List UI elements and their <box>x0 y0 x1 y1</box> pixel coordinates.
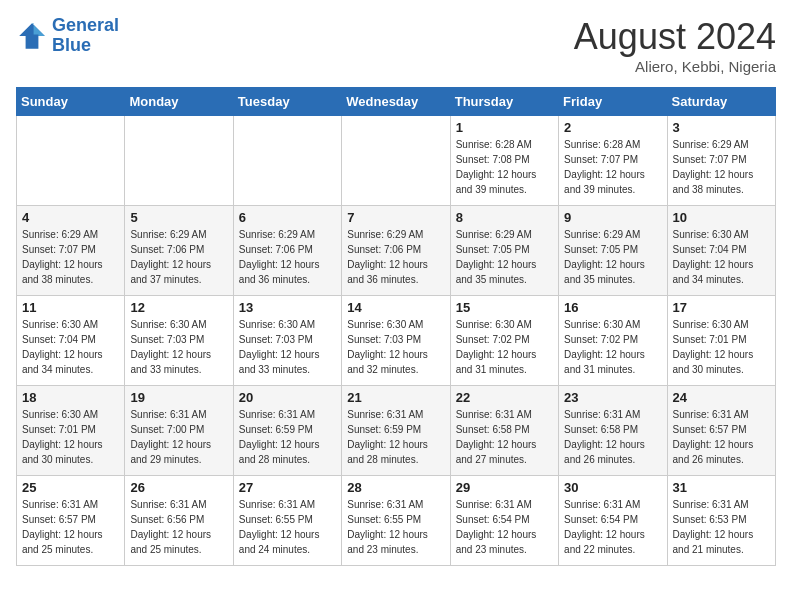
day-info: Sunrise: 6:31 AM Sunset: 6:53 PM Dayligh… <box>673 497 770 557</box>
day-info: Sunrise: 6:31 AM Sunset: 6:56 PM Dayligh… <box>130 497 227 557</box>
day-number: 12 <box>130 300 227 315</box>
calendar-cell: 12Sunrise: 6:30 AM Sunset: 7:03 PM Dayli… <box>125 296 233 386</box>
day-number: 23 <box>564 390 661 405</box>
day-info: Sunrise: 6:30 AM Sunset: 7:03 PM Dayligh… <box>239 317 336 377</box>
col-header-tuesday: Tuesday <box>233 88 341 116</box>
col-header-friday: Friday <box>559 88 667 116</box>
logo-line1: General <box>52 15 119 35</box>
day-number: 14 <box>347 300 444 315</box>
logo-text: General Blue <box>52 16 119 56</box>
day-info: Sunrise: 6:30 AM Sunset: 7:03 PM Dayligh… <box>347 317 444 377</box>
day-info: Sunrise: 6:30 AM Sunset: 7:01 PM Dayligh… <box>673 317 770 377</box>
day-number: 9 <box>564 210 661 225</box>
day-info: Sunrise: 6:29 AM Sunset: 7:06 PM Dayligh… <box>347 227 444 287</box>
day-number: 25 <box>22 480 119 495</box>
col-header-thursday: Thursday <box>450 88 558 116</box>
day-number: 2 <box>564 120 661 135</box>
calendar-cell <box>125 116 233 206</box>
day-number: 24 <box>673 390 770 405</box>
day-info: Sunrise: 6:31 AM Sunset: 6:59 PM Dayligh… <box>239 407 336 467</box>
calendar-cell: 22Sunrise: 6:31 AM Sunset: 6:58 PM Dayli… <box>450 386 558 476</box>
day-number: 19 <box>130 390 227 405</box>
day-info: Sunrise: 6:29 AM Sunset: 7:07 PM Dayligh… <box>673 137 770 197</box>
day-number: 28 <box>347 480 444 495</box>
day-number: 15 <box>456 300 553 315</box>
calendar-cell: 2Sunrise: 6:28 AM Sunset: 7:07 PM Daylig… <box>559 116 667 206</box>
day-info: Sunrise: 6:31 AM Sunset: 6:55 PM Dayligh… <box>239 497 336 557</box>
day-number: 7 <box>347 210 444 225</box>
calendar-cell: 10Sunrise: 6:30 AM Sunset: 7:04 PM Dayli… <box>667 206 775 296</box>
day-info: Sunrise: 6:31 AM Sunset: 6:55 PM Dayligh… <box>347 497 444 557</box>
day-info: Sunrise: 6:31 AM Sunset: 6:54 PM Dayligh… <box>564 497 661 557</box>
calendar-cell: 31Sunrise: 6:31 AM Sunset: 6:53 PM Dayli… <box>667 476 775 566</box>
logo-icon <box>16 20 48 52</box>
day-info: Sunrise: 6:31 AM Sunset: 7:00 PM Dayligh… <box>130 407 227 467</box>
calendar-cell: 29Sunrise: 6:31 AM Sunset: 6:54 PM Dayli… <box>450 476 558 566</box>
calendar-cell <box>342 116 450 206</box>
day-info: Sunrise: 6:31 AM Sunset: 6:57 PM Dayligh… <box>673 407 770 467</box>
calendar-cell: 24Sunrise: 6:31 AM Sunset: 6:57 PM Dayli… <box>667 386 775 476</box>
calendar-cell: 23Sunrise: 6:31 AM Sunset: 6:58 PM Dayli… <box>559 386 667 476</box>
day-number: 16 <box>564 300 661 315</box>
day-number: 5 <box>130 210 227 225</box>
day-info: Sunrise: 6:30 AM Sunset: 7:02 PM Dayligh… <box>456 317 553 377</box>
col-header-sunday: Sunday <box>17 88 125 116</box>
calendar-cell <box>17 116 125 206</box>
day-number: 11 <box>22 300 119 315</box>
day-info: Sunrise: 6:29 AM Sunset: 7:06 PM Dayligh… <box>130 227 227 287</box>
day-number: 4 <box>22 210 119 225</box>
col-header-wednesday: Wednesday <box>342 88 450 116</box>
calendar-cell: 28Sunrise: 6:31 AM Sunset: 6:55 PM Dayli… <box>342 476 450 566</box>
calendar-cell: 15Sunrise: 6:30 AM Sunset: 7:02 PM Dayli… <box>450 296 558 386</box>
day-info: Sunrise: 6:30 AM Sunset: 7:03 PM Dayligh… <box>130 317 227 377</box>
calendar-cell: 7Sunrise: 6:29 AM Sunset: 7:06 PM Daylig… <box>342 206 450 296</box>
day-number: 20 <box>239 390 336 405</box>
day-info: Sunrise: 6:28 AM Sunset: 7:08 PM Dayligh… <box>456 137 553 197</box>
calendar-cell: 26Sunrise: 6:31 AM Sunset: 6:56 PM Dayli… <box>125 476 233 566</box>
calendar-cell: 18Sunrise: 6:30 AM Sunset: 7:01 PM Dayli… <box>17 386 125 476</box>
calendar-cell: 13Sunrise: 6:30 AM Sunset: 7:03 PM Dayli… <box>233 296 341 386</box>
day-info: Sunrise: 6:29 AM Sunset: 7:05 PM Dayligh… <box>456 227 553 287</box>
day-number: 18 <box>22 390 119 405</box>
calendar-cell: 4Sunrise: 6:29 AM Sunset: 7:07 PM Daylig… <box>17 206 125 296</box>
day-info: Sunrise: 6:31 AM Sunset: 6:59 PM Dayligh… <box>347 407 444 467</box>
page-header: General Blue August 2024 Aliero, Kebbi, … <box>16 16 776 75</box>
day-info: Sunrise: 6:30 AM Sunset: 7:04 PM Dayligh… <box>22 317 119 377</box>
day-number: 3 <box>673 120 770 135</box>
location: Aliero, Kebbi, Nigeria <box>574 58 776 75</box>
day-info: Sunrise: 6:31 AM Sunset: 6:58 PM Dayligh… <box>456 407 553 467</box>
svg-marker-1 <box>32 23 45 36</box>
day-info: Sunrise: 6:31 AM Sunset: 6:54 PM Dayligh… <box>456 497 553 557</box>
title-block: August 2024 Aliero, Kebbi, Nigeria <box>574 16 776 75</box>
calendar-cell: 6Sunrise: 6:29 AM Sunset: 7:06 PM Daylig… <box>233 206 341 296</box>
calendar-cell: 14Sunrise: 6:30 AM Sunset: 7:03 PM Dayli… <box>342 296 450 386</box>
day-info: Sunrise: 6:30 AM Sunset: 7:01 PM Dayligh… <box>22 407 119 467</box>
calendar-cell: 25Sunrise: 6:31 AM Sunset: 6:57 PM Dayli… <box>17 476 125 566</box>
logo: General Blue <box>16 16 119 56</box>
day-number: 22 <box>456 390 553 405</box>
calendar-cell <box>233 116 341 206</box>
calendar-cell: 16Sunrise: 6:30 AM Sunset: 7:02 PM Dayli… <box>559 296 667 386</box>
day-number: 13 <box>239 300 336 315</box>
calendar-cell: 20Sunrise: 6:31 AM Sunset: 6:59 PM Dayli… <box>233 386 341 476</box>
day-info: Sunrise: 6:31 AM Sunset: 6:57 PM Dayligh… <box>22 497 119 557</box>
day-number: 10 <box>673 210 770 225</box>
calendar-cell: 8Sunrise: 6:29 AM Sunset: 7:05 PM Daylig… <box>450 206 558 296</box>
calendar-cell: 27Sunrise: 6:31 AM Sunset: 6:55 PM Dayli… <box>233 476 341 566</box>
col-header-saturday: Saturday <box>667 88 775 116</box>
day-number: 26 <box>130 480 227 495</box>
month-title: August 2024 <box>574 16 776 58</box>
day-number: 31 <box>673 480 770 495</box>
day-info: Sunrise: 6:29 AM Sunset: 7:07 PM Dayligh… <box>22 227 119 287</box>
calendar-cell: 3Sunrise: 6:29 AM Sunset: 7:07 PM Daylig… <box>667 116 775 206</box>
day-info: Sunrise: 6:28 AM Sunset: 7:07 PM Dayligh… <box>564 137 661 197</box>
day-info: Sunrise: 6:31 AM Sunset: 6:58 PM Dayligh… <box>564 407 661 467</box>
week-row-2: 4Sunrise: 6:29 AM Sunset: 7:07 PM Daylig… <box>17 206 776 296</box>
calendar-cell: 30Sunrise: 6:31 AM Sunset: 6:54 PM Dayli… <box>559 476 667 566</box>
header-row: SundayMondayTuesdayWednesdayThursdayFrid… <box>17 88 776 116</box>
day-number: 27 <box>239 480 336 495</box>
calendar-cell: 9Sunrise: 6:29 AM Sunset: 7:05 PM Daylig… <box>559 206 667 296</box>
day-number: 21 <box>347 390 444 405</box>
day-number: 30 <box>564 480 661 495</box>
calendar-cell: 17Sunrise: 6:30 AM Sunset: 7:01 PM Dayli… <box>667 296 775 386</box>
